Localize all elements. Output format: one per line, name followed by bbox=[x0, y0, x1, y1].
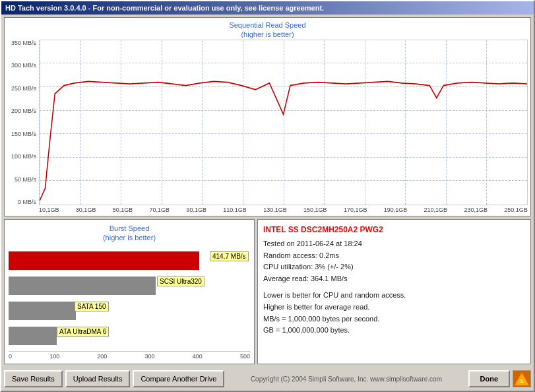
burst-bars: 414.7 MB/s SCSI Ultra320 SATA 150 bbox=[9, 248, 250, 348]
seq-chart-title: Sequential Read Speed (higher is better) bbox=[7, 20, 528, 40]
svg-text:S: S bbox=[520, 378, 524, 384]
bar-label-1: 414.7 MB/s bbox=[210, 251, 249, 261]
bar-label-2: SCSI Ultra320 bbox=[157, 277, 205, 286]
bar-row-3: SATA 150 bbox=[9, 300, 250, 321]
bar-row-4: ATA UltraDMA 6 bbox=[9, 325, 250, 346]
title-text: HD Tach version 3.0.4.0 - For non-commer… bbox=[5, 4, 324, 12]
burst-chart: Burst Speed (higher is better) 414.7 MB/… bbox=[4, 219, 255, 364]
footer-copyright: Copyright (C) 2004 Simpli Software, Inc.… bbox=[227, 376, 465, 383]
burst-chart-title: Burst Speed (higher is better) bbox=[9, 224, 250, 243]
sequential-chart: Sequential Read Speed (higher is better)… bbox=[4, 17, 531, 216]
bar-label-3: SATA 150 bbox=[75, 302, 109, 311]
footer: Save Results Upload Results Compare Anot… bbox=[1, 367, 534, 391]
drive-notes: Lower is better for CPU and random acces… bbox=[263, 290, 525, 336]
bar-row-1: 414.7 MB/s bbox=[9, 250, 250, 271]
upload-results-button[interactable]: Upload Results bbox=[65, 370, 131, 387]
chart-plot bbox=[39, 40, 528, 205]
bar-label-4: ATA UltraDMA 6 bbox=[57, 327, 109, 337]
title-bar: HD Tach version 3.0.4.0 - For non-commer… bbox=[1, 1, 534, 15]
drive-stats: Tested on 2011-06-24 at 18:24 Random acc… bbox=[263, 238, 525, 284]
bar-row-2: SCSI Ultra320 bbox=[9, 275, 250, 296]
drive-name: INTEL SS DSC2MH250A2 PWG2 bbox=[263, 225, 525, 234]
simpli-logo: S bbox=[513, 370, 531, 387]
bottom-area: Burst Speed (higher is better) 414.7 MB/… bbox=[4, 219, 531, 364]
burst-x-axis: 0 100 200 300 400 500 bbox=[9, 351, 250, 360]
compare-another-drive-button[interactable]: Compare Another Drive bbox=[133, 370, 224, 387]
main-window: HD Tach version 3.0.4.0 - For non-commer… bbox=[0, 0, 535, 392]
bar-sata150 bbox=[9, 302, 76, 320]
seq-speed-graph bbox=[40, 40, 527, 205]
bar-ata bbox=[9, 327, 57, 345]
info-panel: INTEL SS DSC2MH250A2 PWG2 Tested on 2011… bbox=[257, 219, 531, 364]
done-button[interactable]: Done bbox=[468, 370, 511, 387]
y-axis: 0 MB/s 50 MB/s 100 MB/s 150 MB/s 200 MB/… bbox=[7, 40, 39, 205]
bar-current-drive bbox=[9, 251, 199, 270]
seq-chart-container: 0 MB/s 50 MB/s 100 MB/s 150 MB/s 200 MB/… bbox=[7, 40, 528, 205]
content-area: Sequential Read Speed (higher is better)… bbox=[1, 15, 534, 367]
save-results-button[interactable]: Save Results bbox=[4, 370, 63, 387]
bar-scsi bbox=[9, 277, 156, 295]
x-axis-labels: 10,1GB 30,1GB 50,1GB 70,1GB 90,1GB 110,1… bbox=[7, 207, 528, 213]
